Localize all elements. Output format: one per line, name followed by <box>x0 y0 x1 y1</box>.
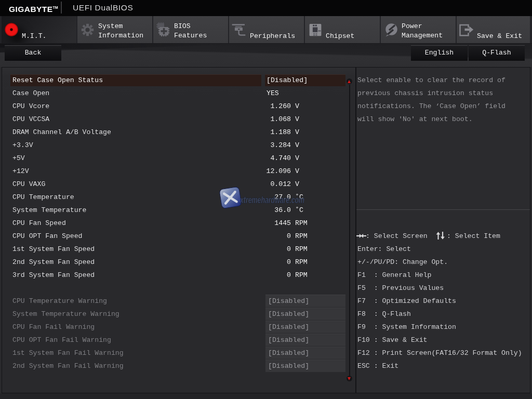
svg-text:xtremehardware.com: xtremehardware.com <box>240 194 304 205</box>
